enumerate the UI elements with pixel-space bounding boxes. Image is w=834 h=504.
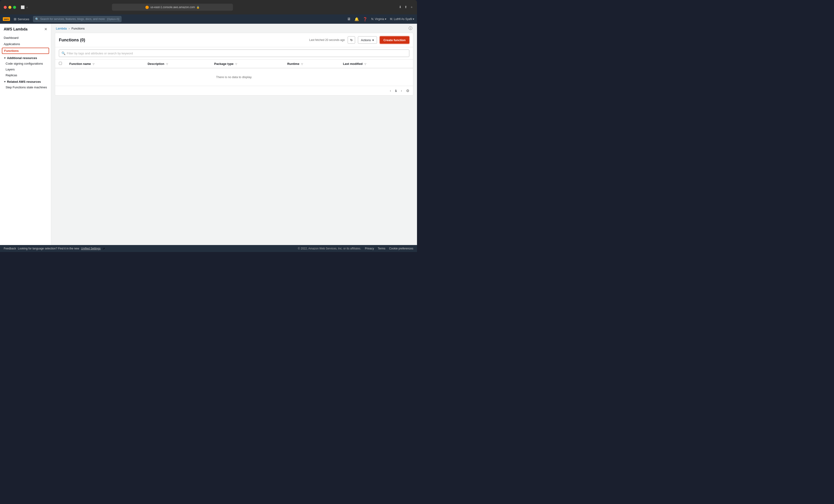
footer-right: © 2022, Amazon Web Services, Inc. or its…	[298, 247, 413, 250]
functions-header: Functions (0) Last fetched 20 seconds ag…	[55, 33, 413, 47]
topnav-search-icon: 🔍	[35, 18, 39, 21]
additional-resources-arrow: ▼	[4, 57, 6, 59]
services-menu[interactable]: ⊞ Services	[12, 17, 31, 21]
function-name-sort-icon: ▽	[93, 63, 94, 65]
browser-controls: ⬜ ‹	[21, 5, 28, 9]
sidebar-item-replicas[interactable]: Replicas	[0, 72, 51, 78]
region-selector[interactable]: N. Virginia ▾	[371, 18, 386, 21]
grid-icon: ⊞	[14, 17, 17, 21]
unified-settings-link[interactable]: Unified Settings	[81, 247, 101, 250]
external-link-icon: ↗	[102, 247, 105, 250]
sidebar-nav: Dashboard Applications Functions ▼ Addit…	[0, 34, 51, 91]
share-icon[interactable]: ⬆	[404, 5, 407, 9]
additional-resources-label: Additional resources	[7, 56, 37, 60]
address-bar[interactable]: 🟠 us-east-1.console.aws.amazon.com 🔒	[112, 4, 233, 11]
functions-panel: Functions (0) Last fetched 20 seconds ag…	[55, 33, 413, 95]
functions-count: (0)	[80, 38, 85, 42]
sidebar-item-applications[interactable]: Applications	[0, 41, 51, 47]
sidebar-item-layers[interactable]: Layers	[0, 67, 51, 72]
create-function-button[interactable]: Create function	[380, 36, 409, 44]
sidebar-title: AWS Lambda	[4, 27, 27, 31]
functions-title: Functions (0)	[59, 38, 306, 43]
sidebar-item-functions[interactable]: Functions	[2, 48, 49, 54]
filter-input[interactable]	[67, 52, 407, 55]
table-settings-btn[interactable]: ⚙	[406, 89, 409, 93]
browser-chrome: ⬜ ‹ 🟠 us-east-1.console.aws.amazon.com 🔒…	[0, 0, 417, 15]
sidebar-item-step-functions[interactable]: Step Functions state machines	[0, 84, 51, 90]
monitor-icon[interactable]: 🖥	[347, 17, 351, 21]
sidebar: AWS Lambda ✕ Dashboard Applications Func…	[0, 24, 51, 245]
functions-table: Function name ▽ Description ▽ Package ty…	[55, 60, 413, 86]
related-resources-label: Related AWS resources	[7, 80, 41, 84]
search-input[interactable]	[40, 18, 106, 21]
select-all-header	[55, 60, 66, 68]
traffic-lights	[4, 6, 16, 9]
cookie-preferences-link[interactable]: Cookie preferences	[389, 247, 413, 250]
url-text: us-east-1.console.aws.amazon.com	[150, 5, 195, 9]
functions-table-container: Function name ▽ Description ▽ Package ty…	[55, 60, 413, 86]
search-shortcut: [Option+S]	[107, 18, 119, 20]
page-number: 1	[395, 89, 397, 93]
function-name-header[interactable]: Function name ▽	[66, 60, 144, 68]
fetched-text: Last fetched 20 seconds ago	[309, 38, 345, 42]
window-layout-btn[interactable]: ⬜	[21, 5, 25, 9]
next-page-btn[interactable]: ›	[399, 88, 404, 93]
close-traffic-light[interactable]	[4, 6, 7, 9]
search-input-wrapper[interactable]: 🔍	[59, 49, 409, 57]
topnav-search[interactable]: 🔍 [Option+S]	[33, 16, 122, 22]
sidebar-header: AWS Lambda ✕	[0, 24, 51, 34]
footer-language-text: Looking for language selection? Find it …	[18, 247, 79, 250]
aws-logo: aws	[3, 17, 10, 21]
help-icon[interactable]: ❓	[363, 17, 368, 21]
lock-icon: 🔒	[196, 6, 200, 9]
breadcrumb-separator: ›	[69, 27, 70, 30]
search-bar: 🔍	[55, 47, 413, 60]
download-icon[interactable]: ⬇	[399, 5, 402, 9]
description-header[interactable]: Description ▽	[144, 60, 211, 68]
topnav-right: 🖥 🔔 ❓ N. Virginia ▾ M. Luthfi As Syafii …	[347, 17, 414, 21]
user-chevron: ▾	[413, 18, 414, 21]
aws-favicon: 🟠	[145, 5, 149, 9]
region-chevron: ▾	[385, 18, 386, 21]
no-data-row: There is no data to display.	[55, 68, 413, 86]
aws-topnav: aws ⊞ Services 🔍 [Option+S] 🖥 🔔 ❓ N. Vir…	[0, 15, 417, 24]
select-all-checkbox[interactable]	[59, 62, 62, 65]
last-modified-header[interactable]: Last modified ▽	[339, 60, 413, 68]
last-modified-sort-icon: ▽	[365, 63, 366, 65]
browser-right-controls: ⬇ ⬆ ＋	[399, 5, 413, 9]
user-label: M. Luthfi As Syafii	[390, 18, 412, 21]
back-btn[interactable]: ‹	[26, 5, 28, 9]
content-area: Lambda › Functions ⓘ Functions (0) Last …	[51, 24, 417, 245]
privacy-link[interactable]: Privacy	[365, 247, 374, 250]
services-label: Services	[18, 18, 29, 21]
new-tab-icon[interactable]: ＋	[410, 5, 413, 9]
info-icon[interactable]: ⓘ	[409, 26, 412, 31]
sidebar-close-btn[interactable]: ✕	[44, 27, 47, 31]
breadcrumb-lambda-link[interactable]: Lambda	[56, 27, 67, 30]
bell-icon[interactable]: 🔔	[354, 17, 359, 21]
fullscreen-traffic-light[interactable]	[13, 6, 16, 9]
runtime-sort-icon: ▽	[301, 63, 303, 65]
runtime-header[interactable]: Runtime ▽	[283, 60, 339, 68]
sidebar-item-code-signing[interactable]: Code signing configurations	[0, 61, 51, 67]
package-type-sort-icon: ▽	[235, 63, 237, 65]
prev-page-btn[interactable]: ‹	[388, 88, 393, 93]
main-layout: AWS Lambda ✕ Dashboard Applications Func…	[0, 24, 417, 245]
related-resources-arrow: ▼	[4, 81, 6, 83]
related-resources-header[interactable]: ▼ Related AWS resources	[0, 78, 51, 84]
description-sort-icon: ▽	[166, 63, 168, 65]
additional-resources-header[interactable]: ▼ Additional resources	[0, 54, 51, 61]
terms-link[interactable]: Terms	[378, 247, 385, 250]
no-data-cell: There is no data to display.	[55, 68, 413, 86]
actions-button[interactable]: Actions ▾	[358, 36, 377, 44]
refresh-button[interactable]: ↻	[348, 36, 355, 44]
minimize-traffic-light[interactable]	[8, 6, 12, 9]
region-label: N. Virginia	[371, 18, 384, 21]
user-menu[interactable]: M. Luthfi As Syafii ▾	[390, 18, 414, 21]
package-type-header[interactable]: Package type ▽	[211, 60, 283, 68]
breadcrumb: Lambda › Functions ⓘ	[51, 24, 417, 33]
feedback-link[interactable]: Feedback	[4, 247, 16, 250]
pagination-bar: ‹ 1 › ⚙	[55, 86, 413, 95]
sidebar-item-dashboard[interactable]: Dashboard	[0, 35, 51, 41]
footer: Feedback Looking for language selection?…	[0, 245, 417, 252]
